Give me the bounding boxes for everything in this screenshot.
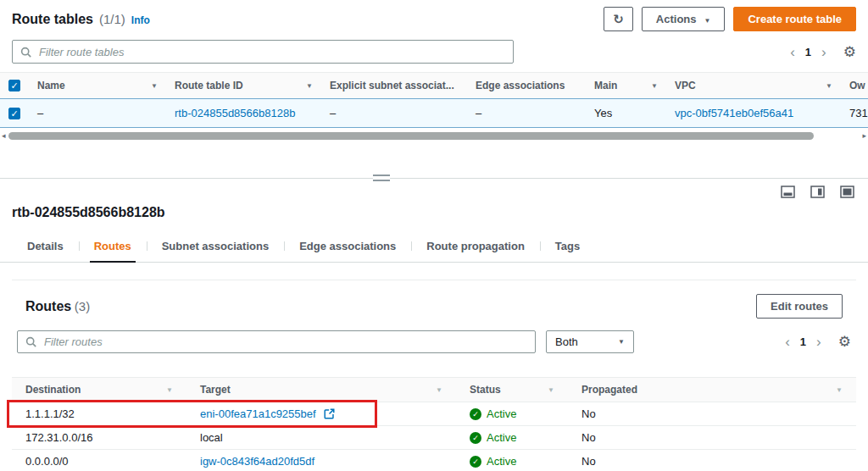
- route-table-row[interactable]: ✓ – rtb-024855d8566b8128b – – Yes vpc-0b…: [0, 98, 868, 128]
- current-page[interactable]: 1: [805, 46, 811, 58]
- column-status[interactable]: Status▼: [456, 378, 568, 402]
- detail-panel: rtb-024855d8566b8128b Details Routes Sub…: [0, 179, 868, 471]
- column-owner[interactable]: Ow: [841, 73, 868, 98]
- panel-divider: [0, 178, 868, 179]
- settings-gear-icon[interactable]: ⚙: [838, 335, 851, 349]
- sort-caret-icon: ▼: [548, 386, 554, 394]
- refresh-icon: ↻: [613, 12, 624, 26]
- route-tables-table-header: ✓ Name▼ Route table ID▼ Explicit subnet …: [0, 72, 868, 98]
- page-header: Route tables (1/1) Info ↻ Actions▼ Creat…: [0, 0, 868, 35]
- panel-layout-full-icon[interactable]: [840, 186, 854, 198]
- pagination: ‹ 1 › ⚙: [788, 45, 856, 59]
- vpc-link[interactable]: vpc-0bf5741eb0ef56a41: [675, 107, 793, 119]
- routes-table: Destination▼ Target▼ Status▼ Propagated▼…: [12, 377, 856, 471]
- detail-tabs: Details Routes Subnet associations Edge …: [0, 230, 868, 263]
- row-name: –: [29, 99, 166, 127]
- caret-down-icon: ▼: [618, 338, 625, 346]
- route-status: Active: [487, 431, 516, 444]
- column-target[interactable]: Target▼: [186, 378, 456, 402]
- panel-layout-bottom-icon[interactable]: [781, 186, 795, 198]
- status-active-icon: ✓: [470, 456, 481, 468]
- sort-caret-icon: ▼: [306, 82, 313, 90]
- row-edge: –: [467, 99, 586, 127]
- current-page[interactable]: 1: [800, 335, 806, 348]
- refresh-button[interactable]: ↻: [604, 7, 633, 31]
- sort-caret-icon: ▼: [826, 82, 832, 90]
- sort-caret-icon: ▼: [836, 386, 843, 394]
- status-active-icon: ✓: [470, 408, 481, 420]
- page-title-text: Route tables: [12, 12, 93, 27]
- column-vpc[interactable]: VPC▼: [666, 73, 841, 98]
- status-active-icon: ✓: [470, 432, 481, 444]
- column-explicit-subnet[interactable]: Explicit subnet associat...: [321, 73, 467, 98]
- next-page-button[interactable]: ›: [820, 45, 828, 59]
- route-propagated: No: [568, 426, 856, 449]
- route-status: Active: [487, 455, 516, 468]
- actions-button[interactable]: Actions▼: [642, 7, 726, 31]
- row-main: Yes: [586, 99, 666, 127]
- route-row[interactable]: 172.31.0.0/16 local ✓Active No: [12, 426, 856, 450]
- panel-resize-handle[interactable]: [373, 175, 390, 181]
- sort-caret-icon: ▼: [651, 82, 658, 90]
- caret-down-icon: ▼: [704, 17, 711, 25]
- search-icon: [20, 47, 31, 58]
- external-link-icon[interactable]: [324, 408, 335, 419]
- sort-caret-icon: ▼: [436, 386, 442, 394]
- row-explicit: –: [321, 99, 467, 127]
- filter-route-tables-input[interactable]: [37, 45, 505, 59]
- scroll-right-icon[interactable]: ▸: [862, 131, 866, 140]
- prev-page-button[interactable]: ‹: [783, 335, 792, 349]
- edit-routes-button[interactable]: Edit routes: [756, 294, 843, 319]
- select-all-checkbox[interactable]: ✓: [8, 80, 20, 91]
- filter-routes: [17, 330, 536, 353]
- route-destination: 1.1.1.1/32: [12, 402, 186, 425]
- tab-details[interactable]: Details: [12, 230, 79, 262]
- route-row[interactable]: 0.0.0.0/0 igw-0c843f64ad20fd5df ✓Active …: [12, 450, 856, 471]
- route-tables-table: ✓ Name▼ Route table ID▼ Explicit subnet …: [0, 72, 868, 128]
- next-page-button[interactable]: ›: [815, 335, 823, 349]
- detail-panel-title: rtb-024855d8566b8128b: [0, 198, 868, 220]
- tab-subnet-associations[interactable]: Subnet associations: [147, 230, 284, 262]
- tab-edge-associations[interactable]: Edge associations: [284, 230, 411, 262]
- route-target-link[interactable]: igw-0c843f64ad20fd5df: [200, 455, 314, 468]
- routes-table-header: Destination▼ Target▼ Status▼ Propagated▼: [12, 377, 856, 402]
- column-route-table-id[interactable]: Route table ID▼: [166, 73, 321, 98]
- route-target: local: [186, 426, 456, 449]
- row-checkbox[interactable]: ✓: [8, 108, 20, 119]
- tab-tags[interactable]: Tags: [540, 230, 595, 262]
- route-destination: 172.31.0.0/16: [12, 426, 186, 449]
- info-link[interactable]: Info: [131, 14, 150, 26]
- settings-gear-icon[interactable]: ⚙: [843, 45, 856, 59]
- routes-pagination: ‹ 1 › ⚙: [783, 335, 851, 349]
- panel-layout-side-icon[interactable]: [810, 186, 825, 198]
- scrollbar-thumb[interactable]: [8, 132, 814, 140]
- prev-page-button[interactable]: ‹: [788, 45, 797, 59]
- result-count: (1/1): [99, 12, 125, 26]
- route-propagated: No: [568, 450, 856, 471]
- route-table-id-link[interactable]: rtb-024855d8566b8128b: [175, 107, 295, 119]
- column-destination[interactable]: Destination▼: [12, 378, 186, 402]
- column-propagated[interactable]: Propagated▼: [568, 378, 856, 402]
- tab-routes[interactable]: Routes: [79, 230, 147, 262]
- page-title: Route tables (1/1) Info: [12, 12, 150, 27]
- row-owner: 731: [841, 99, 868, 127]
- route-mode-value: Both: [555, 335, 578, 348]
- column-main[interactable]: Main▼: [586, 73, 666, 98]
- header-actions: ↻ Actions▼ Create route table: [604, 7, 856, 31]
- column-edge-associations[interactable]: Edge associations: [467, 73, 586, 98]
- column-name[interactable]: Name▼: [29, 73, 166, 98]
- route-mode-select[interactable]: Both ▼: [546, 330, 634, 353]
- scroll-left-icon[interactable]: ◂: [2, 131, 6, 140]
- filter-routes-input[interactable]: [42, 335, 527, 349]
- routes-count: (3): [75, 299, 90, 313]
- search-icon: [25, 336, 36, 347]
- route-target-link[interactable]: eni-00fea71a1c9255bef: [200, 407, 316, 420]
- route-status: Active: [487, 407, 516, 420]
- create-route-table-button[interactable]: Create route table: [733, 7, 856, 31]
- panel-layout-controls: [0, 179, 868, 198]
- route-row[interactable]: 1.1.1.1/32 eni-00fea71a1c9255bef ✓Active…: [12, 402, 856, 426]
- routes-section: Routes (3) Edit routes Both ▼ ‹ 1 › ⚙: [12, 280, 856, 471]
- tab-route-propagation[interactable]: Route propagation: [411, 230, 540, 262]
- horizontal-scrollbar[interactable]: ◂ ▸: [0, 130, 868, 142]
- routes-title: Routes: [25, 299, 71, 313]
